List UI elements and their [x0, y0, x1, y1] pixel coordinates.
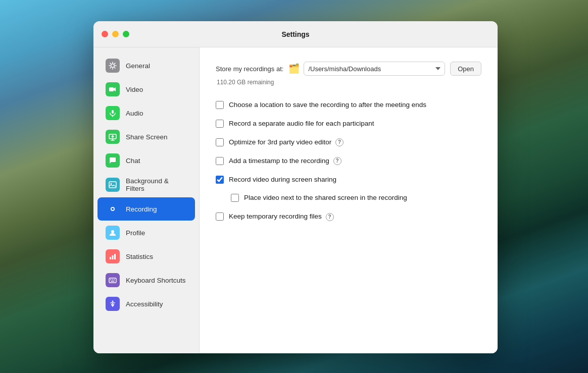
svg-point-7	[111, 183, 112, 185]
svg-rect-1	[109, 87, 114, 91]
timestamp-help-icon[interactable]: ?	[333, 157, 341, 165]
option-separate-audio: Record a separate audio file for each pa…	[216, 115, 481, 133]
sidebar-item-share-screen[interactable]: Share Screen	[97, 125, 195, 148]
svg-rect-13	[114, 254, 116, 259]
recording-icon	[106, 202, 120, 216]
chat-label: Chat	[126, 157, 140, 165]
option-timestamp: Add a timestamp to the recording ?	[216, 152, 481, 171]
optimize-help-icon[interactable]: ?	[335, 138, 344, 146]
svg-rect-2	[112, 110, 114, 114]
svg-rect-15	[110, 280, 111, 281]
sidebar-item-statistics[interactable]: Statistics	[97, 245, 195, 268]
window-title: Settings	[281, 30, 309, 38]
choose-location-label: Choose a location to save the recording …	[229, 100, 426, 110]
svg-rect-14	[109, 278, 116, 283]
settings-window: Settings General Video	[93, 21, 498, 353]
separate-audio-label: Record a separate audio file for each pa…	[229, 119, 374, 129]
folder-icon: 🗂️	[288, 63, 300, 74]
storage-path-container: 🗂️ /Users/misha/Downloads	[288, 62, 445, 76]
option-place-video: Place video next to the shared screen in…	[216, 189, 481, 207]
sidebar-item-video[interactable]: Video	[97, 78, 195, 101]
option-choose-location: Choose a location to save the recording …	[216, 96, 481, 115]
timestamp-label: Add a timestamp to the recording ?	[229, 156, 341, 166]
share-screen-icon	[106, 130, 120, 144]
place-video-label: Place video next to the shared screen in…	[244, 193, 407, 203]
storage-path-dropdown[interactable]: /Users/misha/Downloads	[304, 62, 445, 76]
minimize-button[interactable]	[112, 31, 119, 37]
timestamp-checkbox[interactable]	[216, 157, 224, 165]
svg-point-0	[111, 64, 115, 68]
optimize-label: Optimize for 3rd party video editor ?	[229, 138, 344, 147]
separate-audio-checkbox[interactable]	[216, 120, 224, 128]
option-keep-temp-files: Keep temporary recording files ?	[216, 207, 481, 226]
video-icon	[106, 82, 120, 96]
close-button[interactable]	[102, 31, 108, 37]
profile-label: Profile	[126, 229, 145, 237]
sidebar-item-background[interactable]: Background & Filters	[97, 173, 195, 197]
window-body: General Video Audio Sha	[93, 47, 498, 353]
video-label: Video	[126, 86, 143, 93]
svg-rect-6	[109, 182, 116, 188]
record-during-sharing-checkbox[interactable]	[216, 176, 224, 184]
sidebar-item-audio[interactable]: Audio	[97, 101, 195, 125]
options-list: Choose a location to save the recording …	[216, 96, 481, 226]
record-during-sharing-label: Record video during screen sharing	[229, 175, 336, 185]
recording-label: Recording	[126, 205, 157, 213]
open-button[interactable]: Open	[450, 62, 481, 76]
place-video-checkbox[interactable]	[231, 194, 239, 202]
audio-icon	[106, 106, 120, 120]
svg-rect-17	[114, 280, 115, 281]
general-label: General	[126, 62, 150, 70]
storage-row: Store my recordings at: 🗂️ /Users/misha/…	[216, 62, 481, 76]
option-record-during-sharing: Record video during screen sharing	[216, 171, 481, 189]
sidebar-item-chat[interactable]: Chat	[97, 149, 195, 172]
svg-point-10	[111, 230, 114, 233]
sidebar-item-profile[interactable]: Profile	[97, 221, 195, 244]
choose-location-checkbox[interactable]	[216, 101, 224, 109]
audio-label: Audio	[126, 110, 143, 117]
svg-rect-18	[111, 281, 115, 282]
optimize-checkbox[interactable]	[216, 138, 224, 146]
background-icon	[106, 178, 120, 192]
sidebar-item-keyboard[interactable]: Keyboard Shortcuts	[97, 269, 195, 292]
sidebar-item-accessibility[interactable]: Accessibility	[97, 292, 195, 315]
storage-remaining: 110.20 GB remaining	[217, 79, 481, 86]
background-label: Background & Filters	[126, 177, 187, 192]
keyboard-label: Keyboard Shortcuts	[126, 277, 186, 284]
keep-temp-help-icon[interactable]: ?	[326, 213, 334, 221]
profile-icon	[106, 226, 120, 240]
svg-rect-11	[110, 257, 111, 259]
keep-temp-label: Keep temporary recording files ?	[229, 212, 334, 222]
accessibility-label: Accessibility	[126, 300, 163, 308]
maximize-button[interactable]	[123, 31, 129, 37]
traffic-lights	[102, 31, 129, 37]
title-bar: Settings	[93, 21, 498, 47]
main-content: Store my recordings at: 🗂️ /Users/misha/…	[200, 47, 498, 353]
statistics-label: Statistics	[126, 253, 153, 260]
sidebar: General Video Audio Sha	[93, 47, 200, 353]
svg-point-9	[112, 208, 114, 210]
svg-point-19	[112, 301, 114, 302]
statistics-icon	[106, 249, 120, 263]
sidebar-item-general[interactable]: General	[97, 54, 195, 77]
svg-rect-16	[112, 280, 113, 281]
keep-temp-checkbox[interactable]	[216, 212, 224, 221]
svg-rect-12	[112, 255, 114, 259]
keyboard-icon	[106, 273, 120, 287]
general-icon	[106, 59, 120, 73]
accessibility-icon	[106, 297, 120, 311]
storage-label: Store my recordings at:	[216, 65, 283, 73]
option-optimize-3rd-party: Optimize for 3rd party video editor ?	[216, 133, 481, 152]
share-screen-label: Share Screen	[126, 133, 168, 141]
sidebar-item-recording[interactable]: Recording	[97, 197, 195, 221]
chat-icon	[106, 153, 120, 168]
